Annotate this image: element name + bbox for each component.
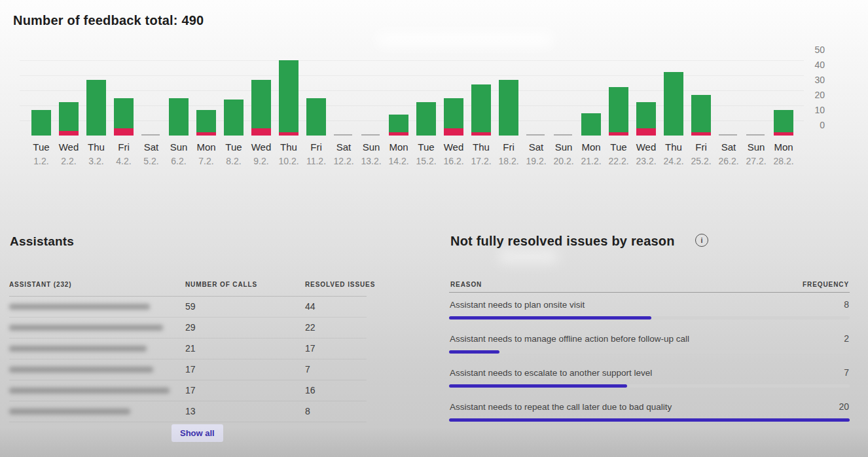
stacked-bar[interactable] bbox=[691, 95, 711, 136]
bar-15.2.[interactable] bbox=[416, 52, 436, 136]
x-label-day: Mon bbox=[196, 142, 215, 153]
calls-value: 59 bbox=[185, 297, 196, 317]
stacked-bar[interactable] bbox=[581, 113, 601, 136]
stacked-bar[interactable] bbox=[86, 80, 106, 136]
x-label-day: Tue bbox=[33, 142, 49, 153]
bar-26.2.[interactable] bbox=[719, 52, 738, 136]
bar-23.2.[interactable] bbox=[636, 52, 656, 136]
x-label-day: Mon bbox=[389, 142, 408, 153]
x-label-day: Fri bbox=[503, 142, 515, 153]
bar-3.2.[interactable] bbox=[86, 52, 106, 136]
stacked-bar[interactable] bbox=[306, 98, 326, 136]
bar-27.2.[interactable] bbox=[746, 52, 766, 136]
bar-24.2.[interactable] bbox=[664, 52, 683, 136]
progress-track bbox=[449, 316, 850, 320]
progress-track bbox=[449, 384, 850, 388]
stacked-bar[interactable] bbox=[31, 110, 51, 136]
bar-16.2.[interactable] bbox=[444, 52, 463, 136]
bar-segment-green bbox=[581, 113, 601, 136]
zero-bar[interactable] bbox=[719, 134, 737, 136]
bar-21.2.[interactable] bbox=[581, 52, 601, 136]
bar-1.2.[interactable] bbox=[31, 52, 51, 136]
stacked-bar[interactable] bbox=[774, 110, 793, 136]
y-tick-label: 30 bbox=[799, 75, 825, 85]
bar-segment-red bbox=[59, 131, 79, 136]
bar-25.2.[interactable] bbox=[691, 52, 711, 136]
bar-segment-red bbox=[691, 132, 711, 136]
bar-group: Fri4.2. bbox=[110, 52, 137, 166]
stacked-bar[interactable] bbox=[609, 87, 628, 136]
stacked-bar[interactable] bbox=[664, 72, 683, 136]
bar-4.2.[interactable] bbox=[114, 52, 134, 136]
bar-20.2.[interactable] bbox=[554, 52, 573, 136]
bar-13.2.[interactable] bbox=[361, 52, 381, 136]
bar-17.2.[interactable] bbox=[471, 52, 491, 136]
info-icon[interactable]: i bbox=[695, 234, 708, 247]
dashboard: Number of feedback total: 490 Tue1.2.Wed… bbox=[0, 0, 868, 457]
bar-11.2.[interactable] bbox=[306, 52, 326, 136]
bar-group: Tue22.2. bbox=[605, 52, 632, 166]
bar-6.2.[interactable] bbox=[169, 52, 189, 136]
stacked-bar[interactable] bbox=[389, 115, 408, 136]
bar-14.2.[interactable] bbox=[389, 52, 408, 136]
zero-bar[interactable] bbox=[141, 134, 160, 136]
show-all-button[interactable]: Show all bbox=[172, 424, 223, 442]
x-label-day: Sun bbox=[363, 142, 380, 153]
bar-22.2.[interactable] bbox=[609, 52, 628, 136]
issue-row: Assistant needs to plan onsite visit8 bbox=[449, 295, 850, 329]
bar-8.2.[interactable] bbox=[224, 52, 244, 136]
x-label-date: 14.2. bbox=[388, 156, 408, 166]
issue-row: Assistant needs to repeat the call later… bbox=[449, 397, 850, 431]
bar-segment-red bbox=[774, 132, 793, 136]
bar-7.2.[interactable] bbox=[196, 52, 216, 136]
bar-9.2.[interactable] bbox=[251, 52, 271, 136]
stacked-bar[interactable] bbox=[416, 102, 436, 136]
stacked-bar[interactable] bbox=[59, 102, 79, 136]
frequency-value: 20 bbox=[839, 401, 849, 412]
bar-group: Mon21.2. bbox=[577, 52, 605, 166]
bar-28.2.[interactable] bbox=[774, 52, 793, 136]
bar-segment-green bbox=[306, 98, 326, 136]
zero-bar[interactable] bbox=[554, 134, 572, 136]
stacked-bar[interactable] bbox=[499, 80, 518, 136]
zero-bar[interactable] bbox=[746, 134, 765, 136]
reason-label: Assistant needs to escalate to another s… bbox=[450, 368, 652, 378]
stacked-bar[interactable] bbox=[196, 110, 216, 136]
x-label-date: 10.2. bbox=[278, 156, 298, 166]
resolved-value: 16 bbox=[305, 380, 316, 401]
bar-12.2.[interactable] bbox=[334, 52, 353, 136]
table-row: 5944 bbox=[9, 297, 367, 318]
bar-group: Mon7.2. bbox=[192, 52, 220, 166]
x-label-day: Sun bbox=[748, 142, 765, 153]
x-label-date: 21.2. bbox=[581, 156, 601, 166]
bar-19.2.[interactable] bbox=[526, 52, 546, 136]
bar-2.2.[interactable] bbox=[59, 52, 79, 136]
bar-segment-green bbox=[251, 80, 271, 128]
assistant-name-redacted bbox=[9, 304, 150, 310]
x-label-date: 24.2. bbox=[663, 156, 683, 166]
stacked-bar[interactable] bbox=[636, 102, 656, 136]
stacked-bar[interactable] bbox=[169, 98, 189, 136]
zero-bar[interactable] bbox=[361, 134, 380, 136]
x-label-date: 16.2. bbox=[443, 156, 463, 166]
x-label-date: 9.2. bbox=[253, 156, 268, 166]
bar-18.2.[interactable] bbox=[499, 52, 518, 136]
stacked-bar[interactable] bbox=[444, 98, 463, 136]
stacked-bar[interactable] bbox=[224, 100, 244, 136]
bar-10.2.[interactable] bbox=[279, 52, 298, 136]
zero-bar[interactable] bbox=[526, 134, 545, 136]
x-label-date: 18.2. bbox=[498, 156, 518, 166]
bar-segment-red bbox=[279, 132, 298, 136]
y-tick-label: 0 bbox=[799, 120, 825, 130]
issues-table: Assistant needs to plan onsite visit8Ass… bbox=[449, 295, 850, 431]
stacked-bar[interactable] bbox=[471, 84, 491, 136]
stacked-bar[interactable] bbox=[251, 80, 271, 136]
bar-group: Wed2.2. bbox=[55, 52, 82, 166]
bar-group: Sat5.2. bbox=[137, 52, 165, 166]
stacked-bar[interactable] bbox=[279, 60, 298, 136]
stacked-bar[interactable] bbox=[114, 98, 134, 136]
bar-group: Sun27.2. bbox=[742, 52, 770, 166]
zero-bar[interactable] bbox=[334, 134, 352, 136]
bar-5.2.[interactable] bbox=[141, 52, 161, 136]
x-label-date: 4.2. bbox=[116, 156, 131, 166]
